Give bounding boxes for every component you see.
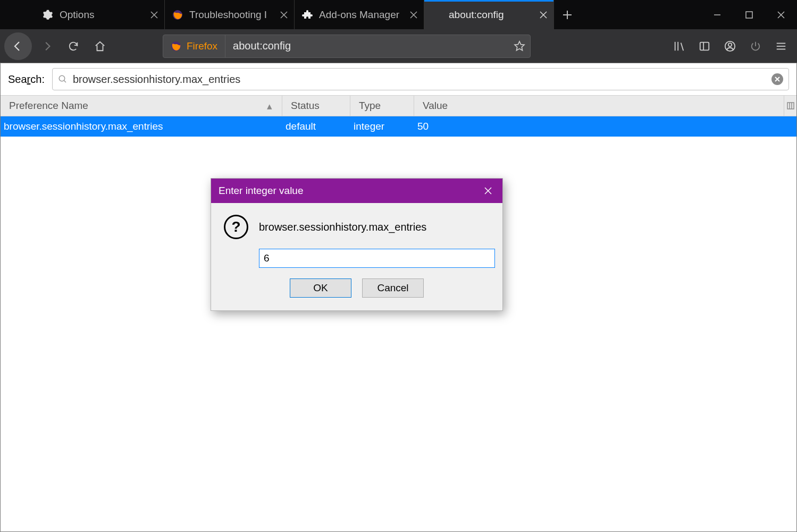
dialog-title: Enter integer value [219, 185, 304, 197]
tab-options[interactable]: Options [35, 0, 165, 29]
reload-button[interactable] [62, 35, 85, 58]
forward-button[interactable] [35, 35, 58, 58]
close-icon[interactable] [149, 10, 159, 20]
account-button[interactable] [718, 35, 742, 58]
tab-label: Troubleshooting I [189, 9, 279, 21]
tab-troubleshooting[interactable]: Troubleshooting I [165, 0, 295, 29]
close-icon[interactable] [409, 10, 418, 20]
svg-rect-19 [700, 42, 709, 50]
tab-label: Options [60, 9, 149, 21]
tab-aboutconfig[interactable]: about:config [424, 0, 554, 29]
window-controls [701, 0, 797, 29]
dialog-close-button[interactable] [481, 184, 495, 198]
bookmark-star-button[interactable] [509, 36, 530, 57]
sidebar-button[interactable] [693, 35, 716, 58]
cancel-button[interactable]: Cancel [362, 278, 424, 298]
firefox-icon [171, 41, 181, 52]
url-bar[interactable]: Firefox about:config [163, 35, 531, 58]
url-text[interactable]: about:config [225, 40, 509, 52]
nav-bar: Firefox about:config [0, 29, 797, 63]
svg-point-22 [728, 43, 732, 46]
content: Search: Preference Name ▴ Status Type Va… [0, 63, 797, 532]
close-icon[interactable] [539, 10, 548, 20]
tab-spacer [0, 0, 35, 29]
question-icon: ? [224, 215, 248, 239]
identity-label: Firefox [187, 40, 217, 52]
minimize-button[interactable] [701, 0, 733, 29]
maximize-button[interactable] [733, 0, 765, 29]
firefox-icon [172, 10, 183, 20]
dialog-body: ? browser.sessionhistory.max_entries OK … [211, 203, 502, 310]
close-window-button[interactable] [765, 0, 797, 29]
integer-dialog: Enter integer value ? browser.sessionhis… [211, 178, 503, 311]
identity-box[interactable]: Firefox [163, 35, 225, 57]
blank-icon [432, 10, 442, 20]
tab-label: Add-ons Manager [319, 9, 409, 21]
back-button[interactable] [4, 32, 32, 60]
overlay: Enter integer value ? browser.sessionhis… [1, 63, 796, 531]
dialog-titlebar: Enter integer value [211, 179, 502, 203]
tabs-bar: Options Troubleshooting I Add-ons Manage… [0, 0, 797, 29]
svg-line-18 [681, 43, 684, 50]
library-button[interactable] [667, 35, 691, 58]
power-button[interactable] [744, 35, 767, 58]
home-button[interactable] [88, 35, 112, 58]
dialog-pref-name: browser.sessionhistory.max_entries [259, 221, 426, 233]
svg-rect-12 [746, 12, 752, 18]
ok-button[interactable]: OK [290, 278, 351, 298]
tab-addons[interactable]: Add-ons Manager [295, 0, 424, 29]
dialog-input[interactable] [259, 249, 495, 268]
gear-icon [43, 10, 53, 20]
new-tab-button[interactable] [554, 0, 581, 29]
tab-label: about:config [449, 9, 539, 21]
close-icon[interactable] [279, 10, 289, 20]
menu-button[interactable] [769, 35, 793, 58]
puzzle-icon [302, 10, 313, 20]
